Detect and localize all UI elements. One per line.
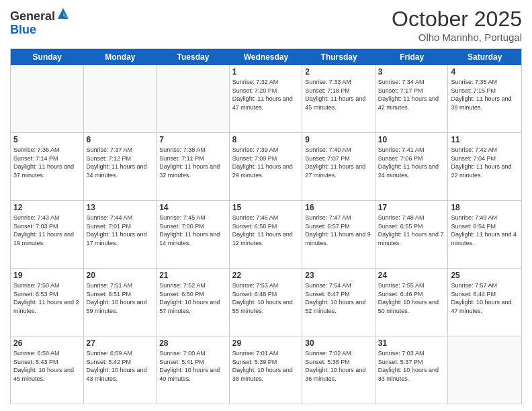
day-number: 6 xyxy=(87,135,154,144)
day-cell-20: 20Sunrise: 7:51 AM Sunset: 6:51 PM Dayli… xyxy=(84,269,157,336)
day-cell-1: 1Sunrise: 7:32 AM Sunset: 7:20 PM Daylig… xyxy=(230,65,303,132)
day-number: 2 xyxy=(305,67,372,77)
day-cell-18: 18Sunrise: 7:49 AM Sunset: 6:54 PM Dayli… xyxy=(448,201,521,268)
logo-text: General xyxy=(10,7,70,24)
day-cell-27: 27Sunrise: 6:59 AM Sunset: 5:42 PM Dayli… xyxy=(84,336,157,404)
day-number: 11 xyxy=(451,135,519,144)
empty-cell xyxy=(448,336,521,404)
day-number: 22 xyxy=(232,271,300,280)
day-number: 17 xyxy=(378,203,445,212)
day-cell-15: 15Sunrise: 7:46 AM Sunset: 6:58 PM Dayli… xyxy=(230,201,303,268)
cell-detail: Sunrise: 7:41 AM Sunset: 7:06 PM Dayligh… xyxy=(378,146,445,179)
cell-detail: Sunrise: 7:40 AM Sunset: 7:07 PM Dayligh… xyxy=(305,146,372,179)
day-number: 29 xyxy=(232,338,300,348)
cell-detail: Sunrise: 7:45 AM Sunset: 7:00 PM Dayligh… xyxy=(159,214,226,247)
day-cell-25: 25Sunrise: 7:57 AM Sunset: 6:44 PM Dayli… xyxy=(448,269,521,336)
day-number: 21 xyxy=(159,271,226,280)
day-cell-22: 22Sunrise: 7:53 AM Sunset: 6:48 PM Dayli… xyxy=(230,269,303,336)
cell-detail: Sunrise: 7:39 AM Sunset: 7:09 PM Dayligh… xyxy=(232,146,300,179)
calendar-row-3: 12Sunrise: 7:43 AM Sunset: 7:03 PM Dayli… xyxy=(11,201,521,269)
cell-detail: Sunrise: 6:58 AM Sunset: 5:43 PM Dayligh… xyxy=(13,349,81,383)
cell-detail: Sunrise: 6:59 AM Sunset: 5:42 PM Dayligh… xyxy=(87,349,154,383)
logo-blue-text: Blue xyxy=(10,24,70,37)
day-number: 9 xyxy=(305,135,372,144)
day-cell-5: 5Sunrise: 7:36 AM Sunset: 7:14 PM Daylig… xyxy=(11,133,84,200)
calendar-body: 1Sunrise: 7:32 AM Sunset: 7:20 PM Daylig… xyxy=(11,65,521,404)
cell-detail: Sunrise: 7:34 AM Sunset: 7:17 PM Dayligh… xyxy=(378,78,445,111)
day-number: 25 xyxy=(451,271,519,280)
empty-cell xyxy=(84,65,157,132)
day-cell-2: 2Sunrise: 7:33 AM Sunset: 7:18 PM Daylig… xyxy=(302,65,375,132)
day-number: 10 xyxy=(378,135,445,144)
cell-detail: Sunrise: 7:48 AM Sunset: 6:55 PM Dayligh… xyxy=(378,214,445,247)
day-cell-21: 21Sunrise: 7:52 AM Sunset: 6:50 PM Dayli… xyxy=(157,269,230,336)
day-number: 24 xyxy=(378,271,445,280)
day-cell-6: 6Sunrise: 7:37 AM Sunset: 7:12 PM Daylig… xyxy=(84,133,157,200)
cell-detail: Sunrise: 7:44 AM Sunset: 7:01 PM Dayligh… xyxy=(87,214,154,247)
empty-cell xyxy=(11,65,84,132)
day-number: 19 xyxy=(13,271,81,280)
cell-detail: Sunrise: 7:36 AM Sunset: 7:14 PM Dayligh… xyxy=(13,146,81,179)
cell-detail: Sunrise: 7:49 AM Sunset: 6:54 PM Dayligh… xyxy=(451,214,519,247)
calendar-row-2: 5Sunrise: 7:36 AM Sunset: 7:14 PM Daylig… xyxy=(11,133,521,201)
day-number: 15 xyxy=(232,203,300,212)
day-number: 1 xyxy=(232,67,300,77)
day-number: 30 xyxy=(305,338,372,348)
header-day-friday: Friday xyxy=(375,49,449,65)
day-cell-19: 19Sunrise: 7:50 AM Sunset: 6:53 PM Dayli… xyxy=(11,269,84,336)
calendar-row-1: 1Sunrise: 7:32 AM Sunset: 7:20 PM Daylig… xyxy=(11,65,521,133)
cell-detail: Sunrise: 7:46 AM Sunset: 6:58 PM Dayligh… xyxy=(232,214,300,247)
header-day-thursday: Thursday xyxy=(302,49,375,65)
empty-cell xyxy=(157,65,230,132)
day-cell-9: 9Sunrise: 7:40 AM Sunset: 7:07 PM Daylig… xyxy=(302,133,375,200)
calendar-page: General Blue October 2025 Olho Marinho, … xyxy=(0,0,532,411)
day-cell-26: 26Sunrise: 6:58 AM Sunset: 5:43 PM Dayli… xyxy=(11,336,84,404)
logo: General Blue xyxy=(10,7,70,37)
day-cell-8: 8Sunrise: 7:39 AM Sunset: 7:09 PM Daylig… xyxy=(230,133,303,200)
cell-detail: Sunrise: 7:33 AM Sunset: 7:18 PM Dayligh… xyxy=(305,78,372,111)
month-title: October 2025 xyxy=(392,7,522,32)
day-cell-7: 7Sunrise: 7:38 AM Sunset: 7:11 PM Daylig… xyxy=(157,133,230,200)
header-day-monday: Monday xyxy=(84,49,157,65)
day-cell-12: 12Sunrise: 7:43 AM Sunset: 7:03 PM Dayli… xyxy=(11,201,84,268)
day-cell-24: 24Sunrise: 7:55 AM Sunset: 6:46 PM Dayli… xyxy=(375,269,449,336)
cell-detail: Sunrise: 7:47 AM Sunset: 6:57 PM Dayligh… xyxy=(305,214,372,247)
cell-detail: Sunrise: 7:01 AM Sunset: 5:39 PM Dayligh… xyxy=(232,349,300,383)
cell-detail: Sunrise: 7:38 AM Sunset: 7:11 PM Dayligh… xyxy=(159,146,226,179)
logo-general: General xyxy=(10,9,55,23)
cell-detail: Sunrise: 7:03 AM Sunset: 5:37 PM Dayligh… xyxy=(378,349,445,383)
day-number: 5 xyxy=(13,135,81,144)
calendar: SundayMondayTuesdayWednesdayThursdayFrid… xyxy=(10,48,522,404)
day-number: 14 xyxy=(159,203,226,212)
cell-detail: Sunrise: 7:52 AM Sunset: 6:50 PM Dayligh… xyxy=(159,281,226,315)
day-number: 23 xyxy=(305,271,372,280)
day-number: 28 xyxy=(159,338,226,348)
day-number: 20 xyxy=(87,271,154,280)
day-cell-31: 31Sunrise: 7:03 AM Sunset: 5:37 PM Dayli… xyxy=(375,336,449,404)
cell-detail: Sunrise: 7:00 AM Sunset: 5:41 PM Dayligh… xyxy=(159,349,226,383)
cell-detail: Sunrise: 7:50 AM Sunset: 6:53 PM Dayligh… xyxy=(13,281,81,315)
header-day-saturday: Saturday xyxy=(448,49,521,65)
day-cell-11: 11Sunrise: 7:42 AM Sunset: 7:04 PM Dayli… xyxy=(448,133,521,200)
day-number: 26 xyxy=(13,338,81,348)
cell-detail: Sunrise: 7:51 AM Sunset: 6:51 PM Dayligh… xyxy=(87,281,154,315)
header-day-wednesday: Wednesday xyxy=(230,49,303,65)
cell-detail: Sunrise: 7:54 AM Sunset: 6:47 PM Dayligh… xyxy=(305,281,372,315)
day-cell-17: 17Sunrise: 7:48 AM Sunset: 6:55 PM Dayli… xyxy=(375,201,449,268)
header: General Blue October 2025 Olho Marinho, … xyxy=(10,7,522,43)
calendar-header: SundayMondayTuesdayWednesdayThursdayFrid… xyxy=(11,49,521,65)
cell-detail: Sunrise: 7:43 AM Sunset: 7:03 PM Dayligh… xyxy=(13,214,81,247)
cell-detail: Sunrise: 7:57 AM Sunset: 6:44 PM Dayligh… xyxy=(451,281,519,315)
cell-detail: Sunrise: 7:55 AM Sunset: 6:46 PM Dayligh… xyxy=(378,281,445,315)
cell-detail: Sunrise: 7:35 AM Sunset: 7:15 PM Dayligh… xyxy=(451,78,519,111)
day-number: 7 xyxy=(159,135,226,144)
day-cell-10: 10Sunrise: 7:41 AM Sunset: 7:06 PM Dayli… xyxy=(375,133,449,200)
day-cell-4: 4Sunrise: 7:35 AM Sunset: 7:15 PM Daylig… xyxy=(448,65,521,132)
logo-blue: Blue xyxy=(10,23,36,36)
cell-detail: Sunrise: 7:53 AM Sunset: 6:48 PM Dayligh… xyxy=(232,281,300,315)
day-number: 31 xyxy=(378,338,445,348)
cell-detail: Sunrise: 7:42 AM Sunset: 7:04 PM Dayligh… xyxy=(451,146,519,179)
header-day-tuesday: Tuesday xyxy=(157,49,230,65)
day-number: 27 xyxy=(87,338,154,348)
logo-icon xyxy=(56,7,70,20)
